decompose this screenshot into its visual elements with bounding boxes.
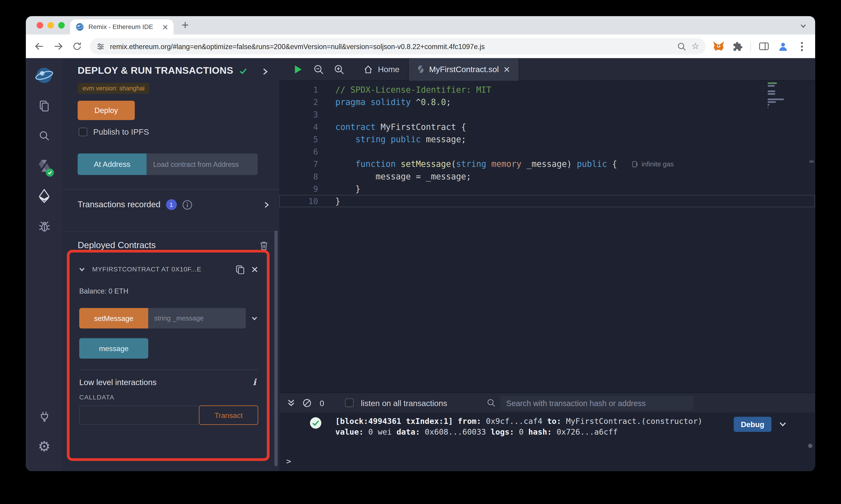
set-message-input[interactable] bbox=[148, 308, 246, 328]
panel-scrollbar[interactable] bbox=[274, 231, 278, 466]
screen: Remix - Ethereum IDE bbox=[0, 0, 841, 504]
terminal-scrollbar-dot[interactable] bbox=[808, 444, 812, 448]
remix-logo[interactable] bbox=[32, 65, 56, 86]
minimap[interactable] bbox=[768, 83, 786, 108]
settings-gear-icon[interactable]: ⚙ bbox=[32, 435, 56, 457]
low-level-info-icon[interactable]: i bbox=[253, 377, 256, 387]
zoom-out-icon[interactable] bbox=[311, 62, 325, 76]
terminal-log-text[interactable]: [block:4994361 txIndex:1] from: 0x9cf...… bbox=[335, 416, 702, 437]
zoom-window-button[interactable] bbox=[58, 22, 65, 29]
set-message-row: setMessage bbox=[79, 308, 258, 328]
extensions-icon[interactable] bbox=[732, 40, 743, 52]
contract-card-header: MYFIRSTCONTRACT AT 0X10F...E bbox=[78, 264, 258, 274]
panel-title-text: DEPLOY & RUN TRANSACTIONS bbox=[78, 65, 233, 76]
deployed-contracts-row: Deployed Contracts bbox=[78, 240, 269, 250]
tab-home[interactable]: Home bbox=[355, 58, 408, 80]
collapse-terminal-icon[interactable] bbox=[287, 398, 295, 407]
code-lines: 1// SPDX-License-Identifier: MIT2pragma … bbox=[279, 84, 815, 208]
editor-scrollbar[interactable] bbox=[809, 160, 814, 163]
tx-success-check-icon[interactable] bbox=[309, 417, 322, 429]
publish-ipfs-row: Publish to IPFS bbox=[79, 127, 149, 136]
listen-all-tx-label: listen on all transactions bbox=[361, 398, 447, 407]
tab-home-label: Home bbox=[378, 65, 399, 74]
clear-console-icon[interactable] bbox=[302, 398, 311, 407]
set-message-button[interactable]: setMessage bbox=[79, 308, 148, 328]
bookmark-star-icon[interactable]: ☆ bbox=[691, 42, 699, 51]
tab-search-chevron[interactable] bbox=[798, 20, 809, 31]
metamask-icon[interactable] bbox=[713, 40, 725, 52]
contract-balance: Balance: 0 ETH bbox=[79, 287, 267, 295]
at-address-button[interactable]: At Address bbox=[78, 154, 147, 175]
deploy-panel: DEPLOY & RUN TRANSACTIONS evm version: s… bbox=[63, 58, 279, 471]
browser-tab[interactable]: Remix - Ethereum IDE bbox=[70, 19, 174, 34]
plugin-manager-icon[interactable] bbox=[32, 406, 56, 427]
zoom-in-icon[interactable] bbox=[332, 62, 346, 76]
code-line: 5 string public message; bbox=[279, 133, 815, 145]
listen-all-tx-checkbox[interactable] bbox=[345, 398, 354, 407]
tab-file-close-icon[interactable] bbox=[504, 66, 510, 72]
card-divider bbox=[79, 369, 258, 370]
message-button[interactable]: message bbox=[79, 338, 148, 359]
site-settings-icon[interactable] bbox=[97, 42, 104, 50]
window-controls bbox=[37, 22, 65, 29]
terminal: 0 listen on all transactions [block:4994… bbox=[279, 393, 815, 471]
code-line: 4contract MyFirstContract { bbox=[279, 121, 815, 133]
debug-button[interactable]: Debug bbox=[734, 417, 772, 432]
panel-expand-chevron[interactable] bbox=[262, 67, 268, 76]
transactions-info-icon[interactable] bbox=[182, 199, 192, 210]
profile-avatar[interactable] bbox=[777, 40, 789, 52]
tab-title: Remix - Ethereum IDE bbox=[88, 23, 158, 31]
browser-menu-icon[interactable] bbox=[796, 40, 808, 52]
run-script-icon[interactable] bbox=[291, 62, 305, 76]
log-expand-chevron[interactable] bbox=[778, 420, 787, 429]
tab-file-label: MyFirstContract.sol bbox=[429, 65, 499, 74]
copy-address-icon[interactable] bbox=[235, 264, 245, 274]
icon-rail: ⚙ bbox=[26, 58, 63, 471]
zoom-icon[interactable] bbox=[677, 42, 686, 51]
deploy-run-icon[interactable] bbox=[32, 185, 56, 206]
side-panel-icon[interactable] bbox=[758, 40, 770, 52]
address-bar[interactable]: remix.ethereum.org/#lang=en&optimize=fal… bbox=[90, 38, 706, 54]
code-line: 10} bbox=[279, 195, 815, 207]
minimize-window-button[interactable] bbox=[48, 22, 54, 29]
at-address-input[interactable] bbox=[147, 154, 258, 175]
url-text[interactable]: remix.ethereum.org/#lang=en&optimize=fal… bbox=[110, 42, 671, 50]
deployed-contracts-label: Deployed Contracts bbox=[78, 240, 156, 250]
debugger-icon[interactable] bbox=[32, 215, 56, 237]
forward-button[interactable] bbox=[52, 40, 64, 52]
browser-toolbar: remix.ethereum.org/#lang=en&optimize=fal… bbox=[26, 34, 815, 58]
low-level-label: Low level interactions bbox=[79, 378, 157, 387]
tab-close-icon[interactable] bbox=[162, 24, 168, 30]
calldata-label: CALLDATA bbox=[79, 394, 267, 401]
back-button[interactable] bbox=[33, 40, 45, 52]
publish-ipfs-checkbox[interactable] bbox=[79, 127, 87, 136]
transactions-recorded-label: Transactions recorded bbox=[78, 200, 160, 209]
function-expand-chevron[interactable] bbox=[251, 314, 258, 322]
solidity-file-icon bbox=[417, 65, 424, 73]
tab-myfirstcontract[interactable]: MyFirstContract.sol bbox=[408, 58, 519, 80]
terminal-search-input[interactable] bbox=[500, 396, 693, 410]
calldata-row: Transact bbox=[79, 406, 258, 425]
calldata-input[interactable] bbox=[79, 406, 199, 425]
solidity-compiler-icon[interactable] bbox=[32, 155, 56, 177]
toolbar-divider bbox=[751, 41, 751, 52]
transactions-expand-chevron[interactable] bbox=[264, 201, 270, 209]
browser-tabstrip: Remix - Ethereum IDE bbox=[26, 16, 815, 34]
code-editor[interactable]: 1// SPDX-License-Identifier: MIT2pragma … bbox=[279, 81, 815, 393]
transact-button[interactable]: Transact bbox=[199, 406, 258, 425]
deploy-button[interactable]: Deploy bbox=[78, 101, 135, 120]
code-line: 1// SPDX-License-Identifier: MIT bbox=[279, 84, 815, 96]
new-tab-button[interactable] bbox=[181, 21, 189, 29]
clear-contracts-trash-icon[interactable] bbox=[259, 240, 269, 250]
gas-annotation: infinite gas bbox=[632, 160, 674, 168]
remove-contract-icon[interactable] bbox=[251, 266, 258, 273]
contract-title: MYFIRSTCONTRACT AT 0X10F...E bbox=[92, 266, 228, 273]
terminal-prompt[interactable]: > bbox=[286, 456, 291, 466]
contract-collapse-chevron[interactable] bbox=[78, 266, 86, 273]
evm-version-badge: evm version: shanghai bbox=[78, 83, 150, 94]
close-window-button[interactable] bbox=[37, 22, 43, 29]
file-explorer-icon[interactable] bbox=[32, 95, 56, 116]
search-icon[interactable] bbox=[32, 125, 56, 146]
reload-button[interactable] bbox=[71, 40, 83, 52]
at-address-row: At Address bbox=[78, 154, 258, 175]
